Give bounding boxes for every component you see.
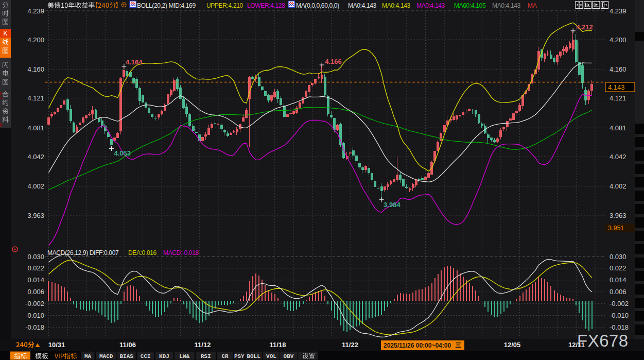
- svg-text:11/12: 11/12: [195, 341, 211, 349]
- svg-text:MA60:4.105: MA60:4.105: [454, 2, 486, 9]
- svg-text:-0.010: -0.010: [610, 312, 629, 319]
- svg-text:OBV: OBV: [284, 353, 294, 359]
- svg-text:MACD: MACD: [99, 353, 113, 359]
- svg-text:-0.002: -0.002: [610, 300, 629, 307]
- svg-text:CR: CR: [221, 353, 229, 359]
- svg-text:-0.010: -0.010: [25, 312, 44, 319]
- svg-text:3.963: 3.963: [27, 212, 44, 219]
- svg-text:-0.002: -0.002: [25, 300, 44, 307]
- svg-text:UPPER:4.210: UPPER:4.210: [206, 2, 243, 9]
- svg-text:MACD:-0.018: MACD:-0.018: [163, 249, 199, 256]
- svg-text:PSY: PSY: [234, 353, 245, 359]
- svg-text:MA(0,0,0,60,0,0): MA(0,0,0,60,0,0): [296, 2, 339, 9]
- svg-text:4.042: 4.042: [27, 153, 44, 161]
- svg-text:4.002: 4.002: [27, 182, 44, 190]
- svg-text:4.212: 4.212: [576, 23, 593, 31]
- svg-text:MA: MA: [84, 353, 92, 359]
- svg-text:4.081: 4.081: [610, 124, 626, 132]
- svg-text:RSI: RSI: [201, 353, 211, 359]
- svg-text:MA0:4.143: MA0:4.143: [416, 2, 445, 9]
- svg-text:4.239: 4.239: [610, 7, 626, 15]
- svg-text:0.030: 0.030: [610, 253, 626, 261]
- svg-text:12/11: 12/11: [568, 341, 585, 349]
- svg-text:0.022: 0.022: [610, 264, 626, 272]
- svg-text:4.121: 4.121: [610, 94, 626, 102]
- svg-text:4.160: 4.160: [610, 65, 626, 73]
- svg-text:4.164: 4.164: [126, 58, 143, 66]
- svg-text:BOLL: BOLL: [247, 353, 260, 359]
- svg-text:BOLL(20,2) MID:4.169: BOLL(20,2) MID:4.169: [137, 2, 196, 9]
- svg-text:BIAS: BIAS: [119, 353, 133, 359]
- svg-text:2025/11/26 00:00~04:00: 2025/11/26 00:00~04:00: [384, 342, 451, 349]
- svg-text:VOL: VOL: [266, 353, 276, 359]
- svg-text:MA0:4.143: MA0:4.143: [348, 2, 377, 9]
- svg-text:3.963: 3.963: [610, 212, 626, 219]
- svg-text:4.160: 4.160: [27, 65, 44, 73]
- svg-text:3.951: 3.951: [608, 225, 624, 232]
- svg-text:0.014: 0.014: [27, 276, 44, 284]
- svg-text:4.042: 4.042: [610, 153, 626, 161]
- svg-text:DEA:0.016: DEA:0.016: [128, 249, 157, 256]
- svg-text:-0.018: -0.018: [610, 323, 629, 331]
- svg-text:4.081: 4.081: [27, 124, 44, 132]
- svg-text:11/06: 11/06: [119, 341, 136, 349]
- svg-text:12/05: 12/05: [504, 341, 521, 349]
- svg-text:MA: MA: [528, 2, 537, 9]
- svg-text:0.022: 0.022: [27, 264, 44, 272]
- svg-text:4.239: 4.239: [27, 7, 44, 15]
- svg-text:4.002: 4.002: [610, 182, 626, 190]
- svg-text:11/18: 11/18: [270, 341, 286, 349]
- svg-text:LW&: LW&: [179, 353, 189, 359]
- svg-text:MA0:4.143: MA0:4.143: [382, 2, 411, 9]
- svg-text:-0.018: -0.018: [25, 323, 44, 331]
- svg-text:11/22: 11/22: [342, 341, 358, 349]
- svg-text:LOWER:4.128: LOWER:4.128: [247, 2, 285, 9]
- svg-text:4.143: 4.143: [608, 83, 625, 91]
- svg-text:10/31: 10/31: [48, 341, 65, 349]
- svg-text:MACD(26,12,9) DIFF:0.007: MACD(26,12,9) DIFF:0.007: [47, 249, 119, 256]
- svg-text:0.030: 0.030: [27, 253, 44, 261]
- svg-text:0.006: 0.006: [27, 288, 44, 296]
- svg-text:0.014: 0.014: [610, 276, 626, 284]
- svg-text:MA0:4.143: MA0:4.143: [492, 2, 521, 9]
- svg-text:4.200: 4.200: [27, 36, 44, 44]
- svg-text:FX678: FX678: [577, 331, 629, 350]
- svg-text:0.006: 0.006: [610, 288, 626, 296]
- svg-text:KDJ: KDJ: [159, 353, 169, 359]
- svg-text:CCI: CCI: [141, 353, 151, 359]
- svg-text:4.053: 4.053: [114, 149, 131, 157]
- svg-text:4.121: 4.121: [27, 94, 44, 102]
- svg-text:3.984: 3.984: [384, 201, 401, 209]
- svg-text:4.200: 4.200: [610, 36, 626, 44]
- svg-text:4.166: 4.166: [325, 58, 342, 65]
